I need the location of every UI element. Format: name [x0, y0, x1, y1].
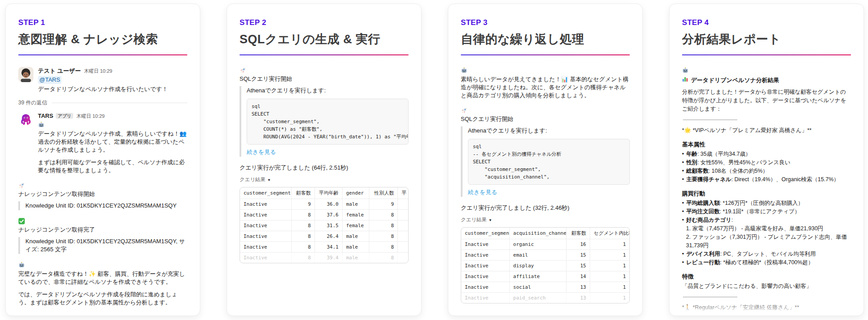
- thread-replies-divider[interactable]: 39 件の返信: [18, 99, 187, 107]
- query-quote: Athenaでクエリを実行します: sql -- 各セグメント別の獲得チャネル分…: [461, 126, 630, 197]
- table-cell: Inactive: [240, 210, 292, 220]
- query-results-toggle[interactable]: クエリ結果▼: [461, 216, 630, 223]
- query-results-toggle[interactable]: クエリ結果▼: [240, 176, 409, 183]
- bottom-fade-overlay: [670, 300, 863, 316]
- table-cell: 1: [590, 282, 629, 293]
- step-card-4: STEP 4 分析結果レポート データドリブンペルソナ分析結果 分析が完了しまし…: [669, 4, 864, 316]
- table-cell: 13: [566, 282, 590, 293]
- table-cell: 39.4: [315, 253, 343, 263]
- report-bullet: •好む商品カテゴリ:: [682, 216, 851, 224]
- table-cell: 26.4: [315, 231, 343, 242]
- report-heading: データドリブンペルソナ分析結果: [682, 76, 851, 84]
- step-label: STEP 3: [461, 18, 630, 27]
- table-cell: female: [343, 220, 369, 231]
- bot-message: TARSアプリ木曜日 10:29 データドリブンなペルソナ作成、素晴らしいですね…: [18, 112, 187, 175]
- table-cell: 8: [369, 210, 398, 220]
- table-cell: Inactive: [240, 242, 292, 253]
- table-cell: 1: [590, 239, 629, 250]
- status-event-knowledge-done: ナレッジコンテンツ取得完了 Knowledge Unit ID: 01K5DKY…: [18, 218, 187, 254]
- toggle-label: クエリ結果: [240, 177, 265, 182]
- knowledge-unit-id: Knowledge Unit ID: 01K5DKY1CEY2QJZSMR5MA…: [18, 237, 187, 254]
- column-header: acquisition_channel: [510, 228, 566, 239]
- query-quote: Athenaでクエリを実行します: sql SELECT "customer_s…: [240, 86, 409, 157]
- status-label: ナレッジコンテンツ取得完了: [18, 226, 187, 234]
- table-cell: 8: [369, 242, 398, 253]
- bot-paragraph: 素晴らしいデータが見えてきました！📊 基本的なセグメント構造が明確になりましたね…: [461, 75, 630, 100]
- report-intro: 分析が完了しました！データから非常に明確な顧客セグメントの特徴が浮かび上がりまし…: [682, 88, 851, 113]
- report-numbered-item: 2. ファッション（7,301万円） - プレミアムブランド志向、単価31,73…: [682, 233, 851, 250]
- user-message: テスト ユーザー木曜日 10:29 @TARS データドリブンなペルソナ作成を行…: [18, 67, 187, 93]
- report-bullet: •レビュー行動: *極めて積極的*（投稿率4,700%超）: [682, 258, 851, 267]
- bar-chart-icon: [682, 76, 688, 84]
- step-card-3: STEP 3 自律的な繰り返し処理 素晴らしいデータが見えてきました！📊 基本的…: [448, 4, 643, 316]
- show-more-link[interactable]: 続きを見る: [468, 189, 497, 195]
- step-label: STEP 2: [240, 18, 409, 27]
- table-cell: male: [343, 199, 369, 210]
- table-cell: 15: [566, 261, 590, 271]
- step-card-1: STEP 1 意図理解 & ナレッジ検索 テスト ユーザー木曜日 10:29: [5, 4, 200, 316]
- column-header: 平均年齢: [315, 187, 343, 199]
- table-cell: [398, 199, 408, 210]
- feature-quote: 「品質とブランドにこだわる、影響力の高い顧客」: [682, 282, 851, 291]
- table-cell: 8: [369, 231, 398, 242]
- title-underline: [240, 54, 409, 55]
- table-cell: email: [510, 250, 566, 261]
- table-cell: Inactive: [461, 271, 510, 282]
- card-title: 自律的な繰り返し処理: [461, 31, 630, 47]
- rocket-icon: [240, 67, 409, 74]
- message-timestamp: 木曜日 10:29: [84, 68, 112, 74]
- robot-icon: [461, 67, 630, 74]
- table-row: Inactive839.4male8: [240, 253, 408, 263]
- column-header: 性別人数: [369, 187, 398, 199]
- status-event-sql-start: SQLクエリ実行開始 Athenaでクエリを実行します: sql SELECT …: [240, 67, 409, 157]
- bot-paragraph: 完璧なデータ構造ですね！✨ 顧客、購買、行動データが充実しているので、非常に詳細…: [18, 270, 187, 286]
- table-cell: 15: [566, 250, 590, 261]
- status-event-sql-start: SQLクエリ実行開始 Athenaでクエリを実行します: sql -- 各セグメ…: [461, 107, 630, 197]
- report-bullet: •総顧客数: 108名（全体の約5%）: [682, 167, 851, 175]
- mention-tars[interactable]: @TARS: [38, 76, 62, 84]
- sql-code-block: sql SELECT "customer_segment", COUNT(*) …: [247, 99, 409, 145]
- rocket-icon: [461, 107, 630, 114]
- table-cell: 8: [369, 220, 398, 231]
- table-cell: [398, 220, 408, 231]
- table-cell: female: [343, 210, 369, 220]
- title-underline: [18, 54, 187, 55]
- table-cell: display: [510, 261, 566, 271]
- app-badge: アプリ: [56, 113, 73, 119]
- table-row: Inactiveaffiliate141: [461, 271, 629, 282]
- table-cell: [398, 242, 408, 253]
- table-cell: social: [510, 282, 566, 293]
- table-cell: 8: [292, 210, 315, 220]
- table-header-row: customer_segment顧客数平均年齢gender性別人数平: [240, 187, 408, 199]
- card-title: 意図理解 & ナレッジ検索: [18, 31, 187, 47]
- table-cell: male: [343, 242, 369, 253]
- table-cell: 8: [369, 253, 398, 263]
- analysis-report: データドリブンペルソナ分析結果 分析が完了しました！データから非常に明確な顧客セ…: [682, 67, 851, 316]
- table-cell: Inactive: [461, 250, 510, 261]
- table-cell: 8: [292, 242, 315, 253]
- title-underline: [461, 54, 630, 55]
- table-row: Inactivesocial131: [461, 282, 629, 293]
- table-cell: organic: [510, 239, 566, 250]
- table-cell: 9: [369, 199, 398, 210]
- column-header: 平: [398, 187, 408, 199]
- report-bullet: •性別: 女性55%、男性45%とバランス良い: [682, 158, 851, 167]
- table-cell: Inactive: [461, 293, 510, 303]
- step-card-2: STEP 2 SQLクエリの生成 & 実行 SQLクエリ実行開始 Athenaで…: [227, 4, 422, 316]
- table-cell: 16: [566, 239, 590, 250]
- user-avatar[interactable]: [18, 67, 33, 82]
- tars-avatar[interactable]: [18, 112, 33, 127]
- column-header: customer_segment: [461, 228, 510, 239]
- bot-paragraph: データドリブンなペルソナ作成、素晴らしいですね！👥 過去の分析経験を活かして、定…: [38, 130, 187, 154]
- table-cell: affiliate: [510, 271, 566, 282]
- step-label: STEP 1: [18, 18, 187, 27]
- report-bullet: •年齢: 35歳（平均34.7歳）: [682, 150, 851, 158]
- table-row: Inactiveorganic161: [461, 239, 629, 250]
- table-row: Inactive837.6female8: [240, 210, 408, 220]
- show-more-link[interactable]: 続きを見る: [247, 149, 276, 155]
- table-cell: male: [343, 253, 369, 263]
- bot-closing-message: 完璧なデータ構造ですね！✨ 顧客、購買、行動データが充実しているので、非常に詳細…: [18, 262, 187, 307]
- query-result-table-wrap: customer_segment顧客数平均年齢gender性別人数平Inacti…: [240, 187, 409, 263]
- column-header: 顧客数: [566, 228, 590, 239]
- table-cell: Inactive: [461, 261, 510, 271]
